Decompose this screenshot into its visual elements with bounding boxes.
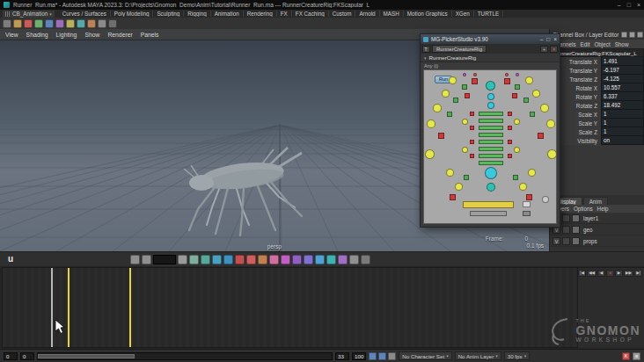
picker-button[interactable] xyxy=(463,201,514,208)
maximize-button[interactable]: □ xyxy=(627,0,631,10)
playback-play-backwards-button[interactable]: ◀ xyxy=(597,270,605,277)
anim-shelf-icon-2[interactable] xyxy=(142,255,151,264)
shelf-icon-9[interactable] xyxy=(87,19,96,28)
picker-button[interactable] xyxy=(427,119,435,128)
channel-value[interactable]: 1 xyxy=(601,119,644,127)
shelf-icon-3[interactable] xyxy=(24,19,33,28)
picker-button[interactable] xyxy=(504,78,510,84)
picker-button[interactable] xyxy=(515,84,520,90)
timeline-key[interactable] xyxy=(129,268,131,347)
picker-minimize-button[interactable]: – xyxy=(540,36,544,42)
shelf-icon-1[interactable] xyxy=(3,19,11,28)
shelf-tab-rigging[interactable]: Rigging xyxy=(184,11,210,17)
picker-button[interactable] xyxy=(462,119,468,125)
playback-go-to-start-button[interactable]: |◀ xyxy=(578,270,586,277)
anim-shelf-icon-7[interactable] xyxy=(212,255,222,264)
picker-button[interactable] xyxy=(516,73,519,76)
channel-value[interactable]: -4.125 xyxy=(601,75,644,83)
picker-button[interactable] xyxy=(532,90,540,98)
picker-button[interactable] xyxy=(462,84,467,90)
picker-button[interactable] xyxy=(479,140,503,144)
picker-namespace-dropdown[interactable]: ▾ RunnerCreatureRig xyxy=(421,54,560,62)
picker-button[interactable] xyxy=(508,140,512,144)
bookmark-icon-1[interactable] xyxy=(369,352,377,360)
shelf-tab-sculpting[interactable]: Sculpting xyxy=(153,11,184,17)
anim-shelf-icon-20[interactable] xyxy=(361,255,370,264)
picker-button[interactable] xyxy=(470,154,474,158)
anim-shelf-icon-14[interactable] xyxy=(292,255,302,264)
anim-shelf-icon-11[interactable] xyxy=(258,255,267,264)
picker-button[interactable] xyxy=(523,211,531,216)
picker-button[interactable] xyxy=(508,154,512,158)
shelf-tab-fx[interactable]: FX xyxy=(277,11,292,17)
picker-button[interactable] xyxy=(487,102,494,109)
channelbox-menu-edit[interactable]: Edit xyxy=(581,41,590,47)
shelf-tab-turtle[interactable]: TURTLE xyxy=(474,11,503,17)
picker-button[interactable] xyxy=(530,112,535,117)
anim-preferences-icon[interactable]: ≡ xyxy=(633,352,640,360)
picker-button[interactable] xyxy=(479,161,503,165)
picker-button[interactable] xyxy=(540,104,549,112)
playback-step-back-button[interactable]: ◀◀ xyxy=(587,270,596,277)
picker-button[interactable] xyxy=(470,211,507,216)
shelf-tab-rendering[interactable]: Rendering xyxy=(244,11,277,17)
minimize-button[interactable]: – xyxy=(618,0,621,10)
picker-button[interactable] xyxy=(465,93,470,98)
layer-playback-toggle[interactable] xyxy=(562,214,570,222)
anim-shelf-icon-5[interactable] xyxy=(189,255,199,264)
fps-dropdown[interactable]: 30 fps ▾ xyxy=(504,351,530,360)
picker-button[interactable] xyxy=(487,93,494,100)
picker-button[interactable] xyxy=(486,81,495,90)
picker-button[interactable] xyxy=(462,147,468,153)
channel-value[interactable]: 1.491 xyxy=(601,57,644,66)
picker-button[interactable] xyxy=(455,183,463,191)
dock-header-icon-2[interactable] xyxy=(629,32,635,38)
shelf-icon-2[interactable] xyxy=(13,19,22,28)
picker-button[interactable] xyxy=(512,93,517,98)
animation-start-field[interactable]: 0 xyxy=(4,352,18,360)
picker-button[interactable] xyxy=(479,112,503,116)
shelf-tab-motion-graphics[interactable]: Motion Graphics xyxy=(404,11,452,17)
playback-end-field[interactable]: 33 xyxy=(335,352,349,360)
channel-value[interactable]: on xyxy=(601,136,644,145)
picker-button[interactable] xyxy=(447,112,452,117)
layer-playback-toggle[interactable] xyxy=(562,237,570,245)
layer-menu-options[interactable]: Options xyxy=(574,206,593,212)
anim-shelf-icon-19[interactable] xyxy=(349,255,359,264)
channel-value[interactable]: 10.557 xyxy=(601,83,644,92)
anim-shelf-icon-12[interactable] xyxy=(269,255,279,264)
anim-shelf-icon-17[interactable] xyxy=(326,255,336,264)
layer-menu-help[interactable]: Help xyxy=(597,206,609,212)
picker-button[interactable] xyxy=(514,119,520,125)
bookmark-icon-2[interactable] xyxy=(378,352,386,360)
picker-button[interactable] xyxy=(538,133,544,139)
channel-value[interactable]: 18.492 xyxy=(601,101,644,110)
picker-button[interactable] xyxy=(479,133,503,137)
viewport-menu-lighting[interactable]: Lighting xyxy=(56,32,77,38)
anim-shelf-icon-10[interactable] xyxy=(246,255,256,264)
anim-shelf-field[interactable] xyxy=(153,255,176,264)
picker-button[interactable] xyxy=(453,98,458,103)
dock-header-icon-1[interactable] xyxy=(621,32,627,38)
shelf-tab-mash[interactable]: MASH xyxy=(380,11,404,17)
picker-button[interactable] xyxy=(473,73,477,76)
shelf-icon-6[interactable] xyxy=(55,19,64,28)
picker-close-tab-icon[interactable]: × xyxy=(550,46,558,53)
picker-button[interactable] xyxy=(547,149,557,159)
picker-tab[interactable]: RunnerCreatureRig xyxy=(432,45,487,53)
picker-button[interactable] xyxy=(546,119,555,128)
u-shelf-icon[interactable]: u xyxy=(5,254,16,264)
shelf-tab-poly-modeling[interactable]: Poly Modeling xyxy=(111,11,154,17)
layer-row[interactable]: Vlayer1 xyxy=(550,213,644,224)
viewport-menu-shading[interactable]: Shading xyxy=(26,32,48,38)
anim-layer-dropdown[interactable]: No Anim Layer ▾ xyxy=(455,351,501,360)
auto-key-icon[interactable]: K xyxy=(622,352,630,360)
menu-set-dropdown[interactable]: CB_Animation ▾ xyxy=(3,11,55,18)
channel-value[interactable]: 6.337 xyxy=(601,92,644,101)
shelf-icon-4[interactable] xyxy=(34,19,43,28)
playback-start-field[interactable]: 0 xyxy=(20,352,34,360)
anim-shelf-icon-6[interactable] xyxy=(201,255,210,264)
animation-end-field[interactable]: 100 xyxy=(352,352,366,360)
picker-button[interactable] xyxy=(470,140,474,144)
picker-button[interactable] xyxy=(446,169,454,177)
